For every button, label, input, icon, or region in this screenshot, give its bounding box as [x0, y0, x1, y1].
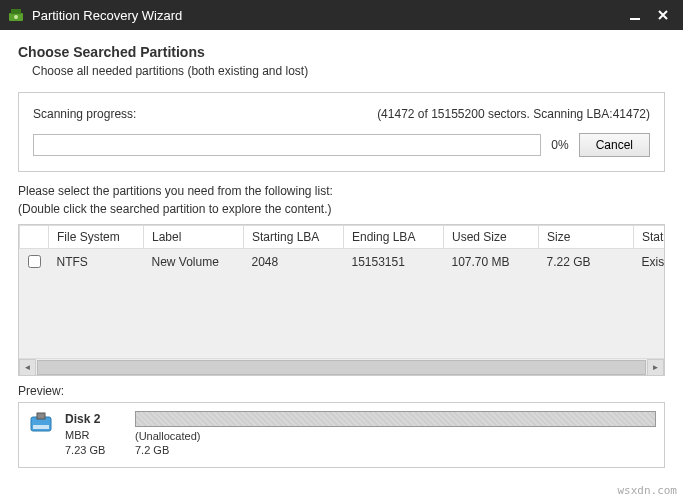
svg-rect-5: [37, 413, 45, 419]
watermark: wsxdn.com: [617, 484, 677, 497]
col-status[interactable]: Status: [634, 226, 665, 249]
disk-info: Disk 2 MBR 7.23 GB: [65, 411, 125, 459]
window-title: Partition Recovery Wizard: [32, 8, 619, 23]
minimize-button[interactable]: [623, 3, 647, 27]
partition-bar[interactable]: [135, 411, 656, 427]
page-subheading: Choose all needed partitions (both exist…: [32, 64, 665, 78]
content-area: Choose Searched Partitions Choose all ne…: [0, 30, 683, 468]
partition-table: File System Label Starting LBA Ending LB…: [18, 224, 665, 376]
col-filesystem[interactable]: File System: [49, 226, 144, 249]
progress-bar: [33, 134, 541, 156]
cell-filesystem: NTFS: [49, 249, 144, 278]
close-button[interactable]: [651, 3, 675, 27]
cancel-button[interactable]: Cancel: [579, 133, 650, 157]
col-starting-lba[interactable]: Starting LBA: [244, 226, 344, 249]
col-ending-lba[interactable]: Ending LBA: [344, 226, 444, 249]
progress-percent: 0%: [551, 138, 568, 152]
page-heading: Choose Searched Partitions: [18, 44, 665, 60]
instructions: Please select the partitions you need fr…: [18, 182, 665, 218]
partition-bar-label-2: 7.2 GB: [135, 443, 656, 457]
col-size[interactable]: Size: [539, 226, 634, 249]
table-row[interactable]: NTFS New Volume 2048 15153151 107.70 MB …: [20, 249, 665, 278]
disk-name: Disk 2: [65, 411, 125, 428]
svg-rect-1: [11, 9, 21, 14]
preview-label: Preview:: [18, 384, 665, 398]
disk-icon: [27, 411, 55, 439]
scanning-label: Scanning progress:: [33, 107, 136, 121]
svg-rect-3: [630, 18, 640, 20]
cell-used-size: 107.70 MB: [444, 249, 539, 278]
col-label[interactable]: Label: [144, 226, 244, 249]
cell-size: 7.22 GB: [539, 249, 634, 278]
table-header-row: File System Label Starting LBA Ending LB…: [20, 226, 665, 249]
partition-bar-label-1: (Unallocated): [135, 429, 656, 443]
partition-bar-area: (Unallocated) 7.2 GB: [135, 411, 656, 458]
scroll-thumb[interactable]: [37, 360, 646, 375]
cell-status: Existing: [634, 249, 665, 278]
cell-starting-lba: 2048: [244, 249, 344, 278]
instructions-line-1: Please select the partitions you need fr…: [18, 182, 665, 200]
app-icon: [8, 7, 24, 23]
titlebar: Partition Recovery Wizard: [0, 0, 683, 30]
svg-rect-6: [33, 425, 49, 429]
row-checkbox[interactable]: [28, 255, 41, 268]
scroll-right-arrow[interactable]: ►: [647, 359, 664, 376]
disk-type: MBR: [65, 428, 125, 443]
svg-point-2: [14, 15, 18, 19]
disk-size: 7.23 GB: [65, 443, 125, 458]
scanning-status: (41472 of 15155200 sectors. Scanning LBA…: [377, 107, 650, 121]
instructions-line-2: (Double click the searched partition to …: [18, 200, 665, 218]
cell-label: New Volume: [144, 249, 244, 278]
preview-panel: Disk 2 MBR 7.23 GB (Unallocated) 7.2 GB: [18, 402, 665, 468]
col-used-size[interactable]: Used Size: [444, 226, 539, 249]
cell-ending-lba: 15153151: [344, 249, 444, 278]
table-scroll-area[interactable]: File System Label Starting LBA Ending LB…: [19, 225, 664, 375]
col-check[interactable]: [20, 226, 49, 249]
scanning-panel: Scanning progress: (41472 of 15155200 se…: [18, 92, 665, 172]
scroll-left-arrow[interactable]: ◄: [19, 359, 36, 376]
horizontal-scrollbar[interactable]: ◄ ►: [19, 358, 664, 375]
